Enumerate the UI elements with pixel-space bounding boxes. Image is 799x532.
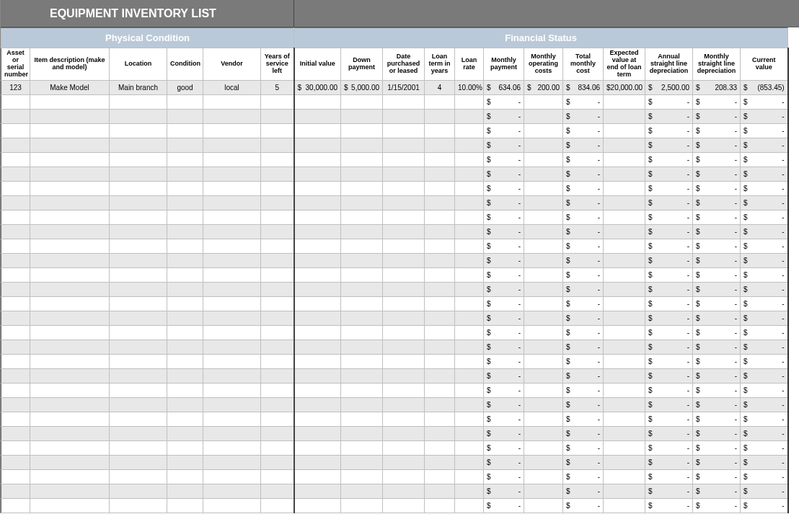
cell[interactable] [167,123,203,138]
cell[interactable] [455,340,484,354]
cell[interactable] [203,498,261,513]
table-row[interactable]: $-$-$-$-$- [1,109,788,123]
cell[interactable] [455,239,484,253]
cell[interactable]: $- [563,484,604,498]
table-row[interactable]: $-$-$-$-$- [1,498,788,513]
cell[interactable]: $- [693,296,741,311]
cell[interactable]: $- [741,368,788,383]
cell[interactable]: $- [741,152,788,167]
cell[interactable] [383,253,425,267]
cell[interactable] [341,455,383,469]
cell[interactable]: $- [563,167,604,181]
cell[interactable] [167,426,203,440]
cell[interactable] [261,455,294,469]
cell[interactable] [1,498,30,513]
table-row[interactable]: $-$-$-$-$- [1,296,788,311]
cell[interactable] [524,181,563,195]
cell[interactable]: $- [563,94,604,109]
cell[interactable] [294,94,341,109]
cell[interactable] [110,368,167,383]
cell[interactable]: $- [693,340,741,354]
cell[interactable] [167,383,203,397]
cell[interactable] [294,123,341,138]
cell[interactable]: $- [484,123,524,138]
cell[interactable] [110,267,167,282]
cell[interactable] [383,224,425,239]
cell[interactable] [294,296,341,311]
cell[interactable] [341,325,383,340]
cell[interactable] [203,282,261,296]
cell[interactable] [604,94,645,109]
cell[interactable]: $- [693,325,741,340]
cell[interactable]: $- [693,412,741,426]
cell[interactable] [30,412,110,426]
cell[interactable] [425,397,455,412]
cell[interactable] [604,383,645,397]
cell[interactable] [167,340,203,354]
table-row[interactable]: 123 Make Model Main branch good local 5 … [1,80,788,94]
cell[interactable] [167,311,203,325]
cell[interactable] [455,138,484,152]
cell[interactable]: $- [645,354,693,368]
cell[interactable] [203,152,261,167]
cell[interactable] [341,383,383,397]
cell[interactable] [1,167,30,181]
cell[interactable] [167,181,203,195]
cell[interactable] [110,195,167,210]
cell[interactable] [203,123,261,138]
cell[interactable] [203,195,261,210]
cell[interactable]: $- [563,412,604,426]
cell[interactable] [294,426,341,440]
cell[interactable] [1,354,30,368]
cell[interactable] [203,94,261,109]
table-row[interactable]: $-$-$-$-$- [1,181,788,195]
cell[interactable]: $- [693,123,741,138]
cell[interactable] [455,224,484,239]
cell[interactable] [1,138,30,152]
cell[interactable] [294,340,341,354]
cell[interactable] [30,354,110,368]
cell[interactable] [110,469,167,484]
cell[interactable] [425,152,455,167]
cell[interactable]: $- [645,138,693,152]
cell[interactable] [455,440,484,455]
cell[interactable]: $- [693,440,741,455]
cell[interactable] [383,94,425,109]
cell[interactable] [167,210,203,224]
cell[interactable] [524,397,563,412]
cell[interactable]: $- [563,325,604,340]
cell[interactable] [294,325,341,340]
cell[interactable]: $- [645,412,693,426]
cell[interactable] [294,138,341,152]
table-row[interactable]: $-$-$-$-$- [1,94,788,109]
cell[interactable] [341,253,383,267]
cell[interactable] [1,152,30,167]
cell[interactable]: $- [741,167,788,181]
cell[interactable] [261,498,294,513]
cell[interactable] [30,181,110,195]
cell[interactable] [261,195,294,210]
cell[interactable] [341,469,383,484]
cell[interactable]: $- [563,455,604,469]
cell[interactable] [604,455,645,469]
cell[interactable] [425,426,455,440]
cell[interactable] [383,368,425,383]
cell[interactable]: $- [563,354,604,368]
cell[interactable]: $- [741,397,788,412]
cell[interactable] [261,426,294,440]
cell[interactable] [383,455,425,469]
cell[interactable]: $- [693,253,741,267]
cell[interactable]: $- [484,224,524,239]
cell-initial[interactable]: $30,000.00 [294,80,341,94]
cell[interactable] [203,296,261,311]
cell[interactable]: $- [645,325,693,340]
cell[interactable] [425,167,455,181]
cell[interactable]: $- [563,383,604,397]
cell-vendor[interactable]: local [203,80,261,94]
cell[interactable] [455,109,484,123]
cell[interactable] [261,224,294,239]
cell[interactable] [30,311,110,325]
table-row[interactable]: $-$-$-$-$- [1,138,788,152]
cell[interactable] [110,167,167,181]
table-row[interactable]: $-$-$-$-$- [1,368,788,383]
